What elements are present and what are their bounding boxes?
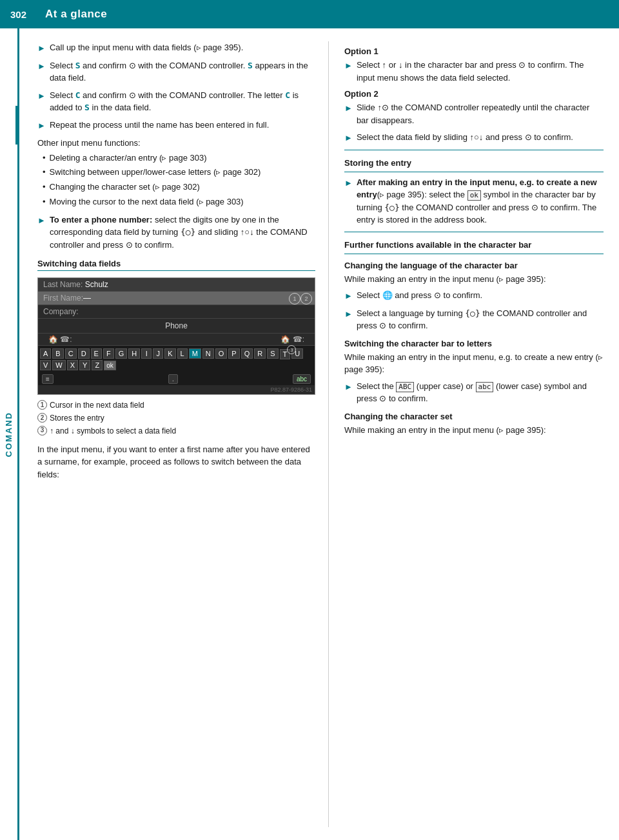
screen-bottom-bar: ≡ . abc	[38, 373, 315, 385]
callout-text-2: Stores the entry	[50, 413, 104, 424]
char-Q[interactable]: Q	[241, 348, 253, 359]
menu-icon[interactable]: ≡	[42, 374, 54, 384]
home-phone-icon-1: 🏠 ☎:	[48, 335, 72, 344]
char-D[interactable]: D	[78, 348, 90, 359]
screen-field-firstname: First Name: — 1 2	[38, 292, 315, 305]
char-L[interactable]: L	[177, 348, 188, 359]
arrow-icon: ►	[37, 42, 46, 55]
char-Z[interactable]: Z	[92, 360, 103, 370]
badge-circle-1: 1	[289, 293, 300, 305]
sidebar: COMAND	[0, 28, 19, 840]
ok-key: ok	[467, 190, 481, 201]
abc-button[interactable]: abc	[293, 374, 311, 384]
char-B[interactable]: B	[52, 348, 63, 359]
bullet-text: Slide ↑⊙ the COMAND controller repeatedl…	[357, 101, 604, 126]
bullet-text: Switching between upper/lower-case lette…	[50, 166, 315, 179]
rule-storing-bottom	[344, 172, 604, 172]
option2-heading: Option 2	[344, 89, 604, 99]
bullet-text: Moving the cursor to the next data field…	[50, 196, 315, 208]
arrow-icon: ►	[344, 132, 353, 145]
bullet-dot: •	[43, 152, 46, 165]
storing-entry-heading: Storing the entry	[344, 158, 604, 168]
page-title: At a glance	[45, 8, 107, 21]
char-V[interactable]: V	[40, 360, 51, 370]
arrow-icon: ►	[344, 381, 353, 405]
char-X[interactable]: X	[67, 360, 78, 370]
char-C[interactable]: C	[65, 348, 77, 359]
dot-button[interactable]: .	[168, 374, 178, 384]
char-ok[interactable]: ok	[104, 361, 116, 370]
char-G[interactable]: G	[115, 348, 128, 359]
list-item: ► Select 🌐 and press ⊙ to confirm.	[344, 289, 604, 303]
char-H[interactable]: H	[128, 348, 140, 359]
field-label: First Name:	[43, 294, 83, 303]
right-column: Option 1 ► Select ↑ or ↓ in the characte…	[329, 41, 619, 827]
main-layout: COMAND ► Call up the input menu with dat…	[0, 28, 619, 840]
field-label: Company:	[43, 307, 79, 316]
arrow-icon: ►	[344, 177, 353, 226]
screen-inner: Last Name: Schulz First Name: — 1 2 Comp…	[38, 278, 315, 394]
char-O[interactable]: O	[215, 348, 228, 359]
char-E[interactable]: E	[91, 348, 102, 359]
char-F[interactable]: F	[103, 348, 114, 359]
char-bar-container: A B C D E F G H I J K L M	[38, 346, 315, 373]
field-value: —	[83, 294, 91, 303]
screen-mockup: Last Name: Schulz First Name: — 1 2 Comp…	[37, 277, 315, 395]
other-functions-label: Other input menu functions:	[37, 137, 315, 150]
char-M[interactable]: M	[189, 348, 201, 359]
callout-num-1: 1	[37, 400, 47, 410]
bullet-text: Select 🌐 and press ⊙ to confirm.	[357, 289, 604, 303]
callout-2: 2 Stores the entry	[37, 413, 315, 424]
arrow-icon: ►	[344, 308, 353, 332]
char-S[interactable]: S	[267, 348, 278, 359]
screen-watermark: P82.87-9286-31	[38, 385, 315, 394]
list-item: • Moving the cursor to the next data fie…	[43, 196, 315, 208]
bullet-text: Select C and confirm ⊙ with the COMAND c…	[50, 89, 315, 114]
char-Y[interactable]: Y	[79, 360, 90, 370]
rule-further	[344, 232, 604, 232]
list-item: ► After making an entry in the input men…	[344, 176, 604, 226]
sidebar-marker	[15, 106, 19, 145]
bullet-text: Select S and confirm ⊙ with the COMAND c…	[50, 59, 315, 85]
bullet-text: Select ↑ or ↓ in the character bar and p…	[357, 59, 604, 84]
changing-charset-text: While making an entry in the input menu …	[344, 424, 604, 437]
screen-field-lastname: Last Name: Schulz	[38, 278, 315, 292]
callout-text-3: ↑ and ↓ symbols to select a data field	[50, 426, 176, 437]
switching-data-fields-heading: Switching data fields	[37, 259, 315, 271]
char-R[interactable]: R	[254, 348, 266, 359]
field-label: Last Name:	[43, 280, 85, 289]
changing-lang-text: While making an entry in the input menu …	[344, 273, 604, 286]
char-J[interactable]: J	[153, 348, 163, 359]
rule-storing	[344, 150, 604, 150]
header-bar: 302 At a glance	[0, 0, 619, 28]
sidebar-label: COMAND	[4, 412, 14, 457]
arrow-icon: ►	[37, 90, 46, 114]
list-item: ► Select the data field by sliding ↑○↓ a…	[344, 131, 604, 145]
bullet-dot: •	[43, 166, 46, 179]
callout-1: 1 Cursor in the next data field	[37, 400, 315, 411]
char-W[interactable]: W	[52, 360, 65, 370]
char-I[interactable]: I	[141, 348, 152, 359]
list-item: • Deleting a character/an entry (▹ page …	[43, 152, 315, 165]
list-item: ► Select S and confirm ⊙ with the COMAND…	[37, 59, 315, 85]
content-area: ► Call up the input menu with data field…	[19, 28, 619, 840]
char-N[interactable]: N	[202, 348, 214, 359]
callout-text-1: Cursor in the next data field	[50, 400, 144, 411]
bullet-text: To enter a phone number: select the digi…	[50, 214, 315, 252]
badge-2: 2	[300, 293, 312, 305]
bullet-text: Deleting a character/an entry (▹ page 30…	[50, 152, 315, 165]
char-P[interactable]: P	[228, 348, 239, 359]
list-item: ► Select C and confirm ⊙ with the COMAND…	[37, 89, 315, 114]
bullet-text: Select a language by turning {○} the COM…	[357, 307, 604, 332]
arrow-icon: ►	[344, 102, 353, 126]
badge-1: 1	[289, 293, 300, 305]
bullet-text: Select the ABC (upper case) or abc (lowe…	[357, 380, 604, 405]
bullet-text: Call up the input menu with data fields …	[50, 41, 315, 55]
char-A[interactable]: A	[40, 348, 51, 359]
callout-num-2: 2	[37, 413, 47, 423]
screen-field-phone: Phone	[38, 319, 315, 334]
further-functions-heading: Further functions available in the chara…	[344, 240, 604, 250]
arrow-icon: ►	[37, 214, 46, 252]
arrow-icon: ►	[344, 290, 353, 303]
char-K[interactable]: K	[164, 348, 175, 359]
